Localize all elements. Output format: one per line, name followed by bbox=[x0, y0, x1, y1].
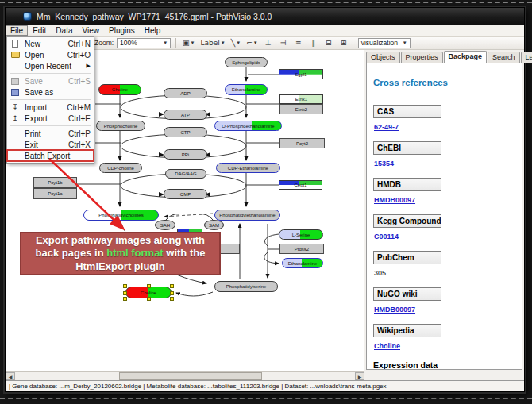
node-label: Etnk1 bbox=[295, 97, 307, 102]
menu-bar: FileEditDataViewPluginsHelp bbox=[6, 25, 524, 37]
node-cdp-ethanolamine[interactable]: CDP-Ethanolamine bbox=[216, 163, 280, 173]
zoom-combobox[interactable]: 100%▼ bbox=[117, 38, 171, 48]
node-phosphatidylethanolamine[interactable]: Phosphatidylethanolamine bbox=[214, 210, 280, 221]
node-l-serine[interactable]: L-Serine bbox=[279, 229, 323, 240]
file-menu-item-save[interactable]: SaveCtrl+S bbox=[7, 75, 94, 87]
connector-tool[interactable]: ⌐▼ bbox=[245, 37, 260, 48]
selection-handle[interactable] bbox=[147, 297, 151, 301]
expression-data-heading: Expression data bbox=[373, 360, 522, 370]
node-phosphatidylserine[interactable]: Phosphatidylserine bbox=[214, 281, 278, 292]
node-label: DAG/AAG bbox=[175, 171, 196, 176]
node-pcyt1a[interactable]: Pcyt1a bbox=[33, 188, 77, 199]
xref-link[interactable]: C00114 bbox=[374, 233, 399, 240]
menubar-item-plugins[interactable]: Plugins bbox=[104, 25, 140, 36]
scroll-right-arrow-icon[interactable]: ▶ bbox=[355, 372, 364, 380]
stack-vertical-tool[interactable]: ∥ bbox=[307, 37, 320, 48]
file-menu-item-import[interactable]: ↧ImportCtrl+M bbox=[7, 102, 94, 113]
xref-link[interactable]: HMDB00097 bbox=[374, 306, 415, 314]
node-ppi[interactable]: PPi bbox=[164, 149, 207, 160]
node-ptdss2[interactable]: Ptdss2 bbox=[279, 244, 324, 254]
label-tool[interactable]: Label▼ bbox=[199, 37, 227, 48]
node-cdp-choline[interactable]: CDP-choline bbox=[99, 163, 142, 173]
node-ethanolamine-bottom[interactable]: Ethanolamine bbox=[282, 258, 323, 268]
xref-header: Kegg Compound bbox=[373, 214, 441, 228]
menu-item-shortcut: Ctrl+N bbox=[63, 40, 91, 48]
file-menu-item-exit[interactable]: ExitCtrl+X bbox=[7, 139, 94, 150]
node-cmp[interactable]: CMP bbox=[164, 189, 207, 199]
node-sah[interactable]: SAH bbox=[155, 220, 175, 230]
node-pcyt1b[interactable]: Pcyt1b bbox=[33, 177, 77, 188]
node-ethanolamine-top[interactable]: Ethanolamine bbox=[225, 84, 268, 95]
selection-handle[interactable] bbox=[123, 297, 127, 301]
common-width-tool[interactable]: ⊟ bbox=[322, 37, 335, 48]
file-menu-item-export[interactable]: ↥ExportCtrl+E bbox=[7, 113, 94, 124]
node-adp[interactable]: ADP bbox=[164, 88, 207, 98]
file-menu-item-new[interactable]: NewCtrl+N bbox=[7, 38, 94, 49]
visualization-combobox[interactable]: visualization▼ bbox=[358, 38, 411, 48]
xref-link[interactable]: HMDB00097 bbox=[374, 196, 415, 204]
node-sgpl1[interactable]: Sgpl1 bbox=[279, 69, 323, 79]
file-menu-item-print[interactable]: PrintCtrl+P bbox=[7, 128, 94, 139]
selection-handle[interactable] bbox=[170, 284, 174, 288]
node-atp[interactable]: ATP bbox=[164, 110, 207, 120]
scrollbar-thumb[interactable] bbox=[119, 372, 262, 380]
node-pcyt2[interactable]: Pcyt2 bbox=[279, 138, 325, 148]
cross-references-heading: Cross references bbox=[373, 78, 522, 87]
stack-horizontal-tool[interactable]: ≡ bbox=[292, 37, 305, 48]
xref-value: 15354 bbox=[374, 160, 522, 167]
node-ctp[interactable]: CTP bbox=[164, 127, 207, 137]
node-label: Sgpl1 bbox=[295, 72, 306, 77]
selection-handle[interactable] bbox=[123, 284, 127, 288]
tab-properties[interactable]: Properties bbox=[401, 52, 443, 63]
datanode-tool[interactable]: ▣▼ bbox=[181, 37, 196, 48]
node-choline-top[interactable]: Choline bbox=[98, 84, 141, 95]
node-sphingolipids[interactable]: Sphingolipids bbox=[225, 57, 268, 67]
file-menu-item-open-recent[interactable]: Open Recent▶ bbox=[7, 60, 94, 71]
selection-handle[interactable] bbox=[123, 291, 127, 295]
title-bar[interactable]: Mm_Kennedy_pathway_WP1771_45176.gpml - P… bbox=[6, 8, 524, 25]
menubar-item-data[interactable]: Data bbox=[51, 25, 77, 36]
node-label: Ethanolamine bbox=[232, 87, 261, 92]
selection-handle[interactable] bbox=[147, 284, 151, 288]
menubar-item-help[interactable]: Help bbox=[140, 25, 166, 36]
node-sam[interactable]: SAM bbox=[204, 220, 224, 230]
scroll-left-arrow-icon[interactable]: ◀ bbox=[6, 372, 15, 380]
node-phosphatidylcholines[interactable]: Phosphatidylcholines bbox=[83, 210, 159, 221]
tab-objects[interactable]: Objects bbox=[366, 52, 400, 63]
menubar-item-view[interactable]: View bbox=[77, 25, 104, 36]
menu-item-label: Save as bbox=[25, 88, 86, 97]
xref-value: Choline bbox=[374, 342, 522, 350]
selection-handle[interactable] bbox=[170, 291, 174, 295]
film-edge-bottom bbox=[0, 398, 532, 399]
tab-search[interactable]: Search bbox=[488, 52, 520, 63]
node-label: Ptdss2 bbox=[295, 247, 309, 252]
file-menu-item-save-as[interactable]: Save as bbox=[7, 87, 94, 98]
tab-backpage[interactable]: Backpage bbox=[444, 51, 488, 63]
node-cept1[interactable]: Cept1 bbox=[279, 180, 322, 190]
node-dag-aag[interactable]: DAG/AAG bbox=[165, 169, 206, 179]
node-label: ADP bbox=[180, 91, 190, 96]
node-label: SAM bbox=[209, 223, 219, 228]
xref-section-chebi: ChEBI15354 bbox=[373, 141, 522, 167]
common-height-tool[interactable]: ⊞ bbox=[337, 37, 350, 48]
node-o-phosphoethanolamine[interactable]: O-Phosphoethanolamine bbox=[214, 121, 282, 131]
file-menu-item-open[interactable]: OpenCtrl+O bbox=[7, 49, 94, 60]
align-middle-tool[interactable]: ⊣ bbox=[277, 37, 290, 48]
menubar-item-edit[interactable]: Edit bbox=[28, 25, 51, 36]
import-icon: ↧ bbox=[10, 103, 21, 112]
xref-link[interactable]: 62-49-7 bbox=[374, 123, 399, 131]
horizontal-scrollbar[interactable]: ◀ ▶ bbox=[6, 371, 364, 380]
file-menu-item-batch-export[interactable]: Batch Export bbox=[7, 150, 94, 161]
menubar-item-file[interactable]: File bbox=[6, 25, 28, 36]
align-center-tool[interactable]: ⊥ bbox=[262, 37, 275, 48]
line-tool[interactable]: ╲▼ bbox=[229, 37, 242, 48]
node-phosphocholine[interactable]: Phosphocholine bbox=[96, 121, 145, 131]
submenu-arrow-icon: ▶ bbox=[87, 63, 91, 69]
selection-handle[interactable] bbox=[170, 297, 174, 301]
xref-link[interactable]: Choline bbox=[374, 342, 400, 350]
annotation-callout: Export pathway images along with back pa… bbox=[20, 232, 221, 275]
tab-legend[interactable]: Legend bbox=[521, 52, 532, 63]
xref-link[interactable]: 15354 bbox=[374, 160, 394, 167]
node-etnk1[interactable]: Etnk1 bbox=[279, 94, 323, 104]
node-etnk2[interactable]: Etnk2 bbox=[279, 104, 323, 114]
